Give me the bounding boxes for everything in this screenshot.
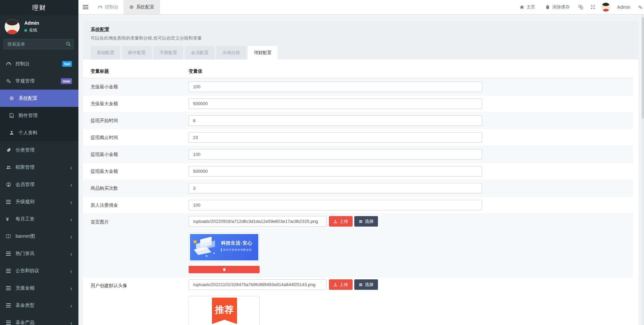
image-preview[interactable]: 推荐 (189, 296, 260, 325)
sidebar-item-label: 升级规则 (16, 199, 34, 205)
upload-button[interactable]: 上传 (329, 279, 353, 290)
tab-finance-config[interactable]: 理财配置 (248, 46, 278, 60)
fullscreen-button[interactable] (591, 5, 595, 9)
chevron-left-icon: ‹ (70, 319, 72, 325)
tab-mail-config[interactable]: 邮件配置 (122, 46, 152, 60)
sidebar-item-categories[interactable]: 分类管理 (0, 141, 78, 159)
delete-image-button[interactable] (189, 266, 260, 273)
config-input[interactable] (189, 200, 482, 210)
cogs-icon (638, 5, 643, 9)
user-panel: Admin 在线 (0, 15, 78, 38)
config-label: 新人注册佣金 (83, 202, 189, 208)
list-icon (6, 268, 13, 274)
sidebar-item-members[interactable]: 会员管理 ‹ (0, 176, 78, 193)
tab-system-config[interactable]: 系统配置 (124, 0, 160, 14)
tab-example-group[interactable]: 示例分组 (216, 46, 246, 60)
config-label: 首页图片 (83, 214, 189, 225)
users-icon (6, 165, 13, 170)
config-input[interactable] (189, 132, 482, 143)
config-input[interactable] (189, 82, 482, 92)
tab-basic-config[interactable]: 基础配置 (91, 46, 120, 60)
user-icon (9, 130, 16, 136)
list-icon (6, 285, 13, 291)
sidebar-item-attachments[interactable]: 附件管理 (0, 107, 78, 124)
chevron-left-icon: ‹ (70, 181, 72, 188)
config-input[interactable] (189, 115, 482, 126)
choose-label: 选择 (365, 218, 374, 225)
config-label: 提现截止时间 (83, 135, 189, 141)
sidebar-toggle-icon[interactable] (83, 5, 88, 9)
upload-label: 上传 (339, 282, 348, 288)
choose-button[interactable]: 选择 (354, 216, 378, 227)
table-row: 首页图片 上传 选择 (83, 213, 633, 277)
sidebar-item-general[interactable]: 常规管理 new (0, 72, 78, 90)
column-header: 变量值 (189, 68, 633, 74)
sidebar-item-profile[interactable]: 个人资料 (0, 124, 78, 141)
fullscreen-icon (591, 5, 595, 9)
sidebar-item-hot-news[interactable]: 热门资讯 ‹ (0, 245, 78, 262)
choose-button[interactable]: 选择 (354, 279, 378, 290)
chevron-left-icon: ‹ (70, 216, 72, 222)
tab-dictionary-config[interactable]: 字典配置 (153, 46, 183, 60)
config-label: 充值最大金额 (83, 101, 189, 107)
translate-icon: 文A (578, 5, 583, 9)
sidebar-item-banner[interactable]: banner图 ‹ (0, 228, 78, 245)
hot-badge: hot (62, 61, 72, 67)
list-icon (6, 199, 13, 205)
sidebar-item-label: 控制台 (16, 61, 30, 67)
image-preview[interactable]: 科技生活·安心 技术引领世界理财创造 (189, 233, 260, 262)
language-switch-button[interactable]: 文A (578, 5, 583, 9)
sidebar-item-label: 会员管理 (16, 182, 34, 188)
table-row: 提现截止时间 (83, 129, 633, 146)
clear-cache-button[interactable]: 清除缓存 (545, 4, 570, 10)
sidebar-item-monthly-salary[interactable]: ¥ 每月工资 ‹ (0, 210, 78, 228)
user-menu[interactable]: Admin (601, 3, 630, 11)
sidebar-item-label: 热门资讯 (16, 251, 34, 257)
open-tabs: 控制台 系统配置 (93, 0, 160, 14)
sidebar-item-announcements[interactable]: 公告和协议 ‹ (0, 262, 78, 279)
config-input[interactable] (189, 166, 482, 177)
columns-icon (6, 234, 13, 239)
config-label: 商品购买次数 (83, 185, 189, 191)
banner-image: 科技生活·安心 技术引领世界理财创造 (190, 234, 258, 260)
choose-label: 选择 (365, 282, 374, 288)
sidebar-item-permissions[interactable]: 权限管理 ‹ (0, 159, 78, 176)
tachometer-icon (98, 5, 102, 9)
config-input[interactable] (189, 98, 482, 109)
tachometer-icon (6, 61, 13, 67)
sidebar-item-dashboard[interactable]: 控制台 hot (0, 55, 78, 72)
config-label: 用户创建默认头像 (83, 277, 189, 289)
sidebar-item-label: 充值金额 (16, 285, 34, 291)
config-panel: 系统配置 可以在此增改系统的变量和分组,也可以自定义分组和变量 基础配置 邮件配… (83, 21, 638, 325)
tab-dashboard[interactable]: 控制台 (93, 0, 124, 14)
sidebar-item-upgrade-rules[interactable]: 升级规则 ‹ (0, 193, 78, 210)
user-status: 在线 (29, 27, 37, 33)
list-icon (6, 303, 13, 308)
sidebar-item-label: 个人资料 (19, 130, 38, 136)
config-input[interactable] (189, 183, 482, 193)
image-path-input[interactable] (189, 216, 327, 227)
table-row: 商品购买次数 (83, 180, 633, 196)
upload-button[interactable]: 上传 (329, 216, 353, 227)
search-input[interactable] (3, 39, 74, 49)
sidebar-item-system-config[interactable]: 系统配置 (0, 90, 78, 107)
gear-icon (129, 5, 134, 9)
sidebar-item-fund-products[interactable]: 基金产品 ‹ (0, 314, 78, 325)
sidebar-item-label: banner图 (16, 233, 35, 239)
app-title: 理财 (32, 3, 46, 12)
cogs-icon (6, 78, 13, 84)
image-path-input[interactable] (189, 279, 327, 290)
scrollbar-thumb[interactable] (642, 17, 644, 119)
sidebar-item-fund-types[interactable]: 基金类型 ‹ (0, 297, 78, 314)
table-row: 提现最小金额 (83, 146, 633, 163)
settings-button[interactable] (638, 5, 643, 9)
main-content: 系统配置 可以在此增改系统的变量和分组,也可以自定义分组和变量 基础配置 邮件配… (78, 15, 644, 325)
tab-member-config[interactable]: 会员配置 (185, 46, 215, 60)
app-logo[interactable]: 理财 (0, 0, 78, 15)
avatar (601, 3, 610, 11)
config-input[interactable] (189, 149, 482, 160)
page-subtitle: 可以在此增改系统的变量和分组,也可以自定义分组和变量 (91, 35, 630, 41)
sidebar-item-recharge-amounts[interactable]: 充值金额 ‹ (0, 279, 78, 297)
home-button[interactable]: 主页 (520, 4, 535, 10)
search-icon[interactable] (66, 42, 71, 47)
